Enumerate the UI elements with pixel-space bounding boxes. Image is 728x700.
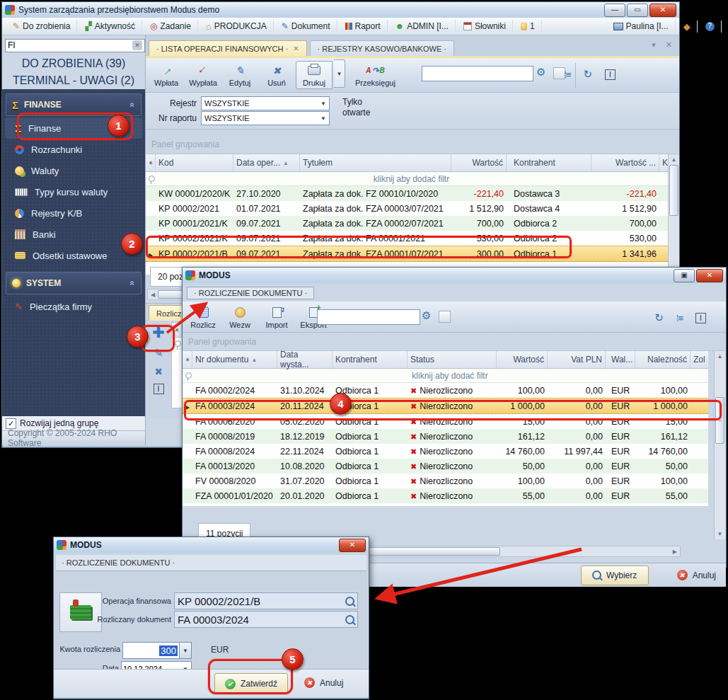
anuluj-button[interactable]: ✖ Anuluj [677,570,716,580]
sidebar-item-pieczatka[interactable]: ✎ Pieczątka firmy [2,296,145,317]
tab-rejestry-kasowo[interactable]: · REJESTRY KASOWO/BANKOWE · [310,40,454,56]
menu-zadanie[interactable]: ◎Zadanie [144,20,198,33]
kwota-input[interactable]: 300 ▼ [122,642,192,659]
table2-header[interactable]: ✳ Nr dokumentu▲ Data wysta... Kontrahent… [183,351,708,369]
sidebar-item-rejestry-kb[interactable]: Rejestry K/B [2,202,145,224]
sidebar-item-rozrachunki[interactable]: Rozrachunki [2,139,145,160]
przeksieguj-button[interactable]: A↷B Przeksięguj [352,62,398,88]
quick-search-input[interactable] [422,66,533,81]
wyplata-button[interactable]: → Wypłata [185,62,221,88]
table-row[interactable]: KW 00001/2020/K27.10.2020 Zapłata za dok… [146,186,668,201]
lookup-lens-icon[interactable] [345,597,354,606]
drukuj-button[interactable]: Drukuj [296,61,333,89]
menu-help[interactable]: ? [699,21,722,33]
menu-chat[interactable] [723,21,728,32]
unsettled-x-icon: ✖ [410,477,417,486]
close-button[interactable]: ✕ [696,269,723,282]
menu-paint[interactable]: ◆ [677,21,698,33]
table-row[interactable]: FA 00008/202422.11.2024 Odbiorca 1✖Niero… [183,444,708,459]
lookup-lens-icon[interactable] [345,615,354,624]
select-text-icon[interactable]: I [695,313,706,323]
rozlicz-button[interactable]: Rozlicz [185,304,221,331]
tab-lista-operacji[interactable]: · LISTA OPERACJI FINANSOWYCH · ✕ [149,40,307,56]
table1-filter-row[interactable]: kliknij aby dodać filtr [146,172,668,186]
tab-group-close-icon[interactable]: ✕ [666,40,672,50]
tylko-otwarte-label[interactable]: Tylko otwarte [342,97,382,118]
search-settings-gear-icon[interactable]: ⚙ [422,309,431,322]
refresh-icon[interactable]: ↻ [583,68,592,81]
col-tytulem: Tytułem [300,154,451,171]
nr-raportu-select[interactable]: WSZYSTKIE▼ [201,111,330,125]
sidebar-item-typy-kursu[interactable]: Typy kursu waluty [2,181,145,202]
column-list-icon[interactable]: ⁞≡ [564,69,570,80]
import-button[interactable]: Import [259,304,294,331]
usun-button[interactable]: ✖ Usuń [259,62,294,88]
wybierz-button[interactable]: Wybierz [581,566,649,585]
select-text-icon[interactable]: I [605,69,616,80]
collapse-chevron-icon[interactable]: « [128,281,138,286]
table1-header[interactable]: ✳ Kod Data oper...▲ Tytułem Wartość Kont… [146,154,668,172]
tab-bar: · LISTA OPERACJI FINANSOWYCH · ✕ · REJES… [146,35,679,58]
rozliczany-dokument-field[interactable]: FA 00003/2024 [174,611,358,628]
clear-filter-icon[interactable]: ✕ [132,40,142,50]
table2-vscrollbar[interactable]: ▲ ≡ ▼ [714,351,725,539]
close-button[interactable]: ✕ [649,4,676,17]
menu-currency[interactable]: 1 [514,20,542,33]
table-row[interactable]: FZA 00001/01/202020.01.2020 Odbiorca 1✖N… [183,488,708,503]
table-row[interactable]: FA 00008/201918.12.2019 Odbiorca 1✖Niero… [183,429,708,444]
menu-aktywnosc[interactable]: ▞Aktywność [79,20,142,33]
menu-slowniki[interactable]: Słowniki [457,20,513,33]
table-row[interactable]: FV 00008/202031.07.2020 Odbiorca 1✖Niero… [183,474,708,488]
tab-list-dropdown-icon[interactable]: ▾ [652,40,656,50]
edytuj-button[interactable]: ✎ Edytuj [222,62,258,88]
collapse-chevron-icon[interactable]: « [128,103,138,108]
tab-close-icon[interactable]: ✕ [293,45,299,52]
sidebar-item-waluty[interactable]: Waluty [2,160,145,181]
restore-button[interactable]: ▣ [674,269,695,282]
coins-icon [15,166,24,176]
menu-produkcja[interactable]: ⌂PRODUKCJA [200,20,274,33]
delete-settlement-icon[interactable]: ✖ [154,366,163,377]
quick-search-input[interactable] [317,309,420,325]
scroll-up-icon[interactable]: ▲ [717,351,723,362]
table-row[interactable]: KP 00002/202101.07.2021 Zapłata za dok. … [146,201,668,216]
app-logo-icon [185,270,195,280]
table-row[interactable]: FA 00002/202431.10.2024 Odbiorca 1✖Niero… [183,383,708,398]
scroll-right-icon[interactable]: ▶ [670,549,680,555]
operacja-finansowa-field[interactable]: KP 00002/2021/B [174,592,358,609]
menu-admin[interactable]: ☻ADMIN [I... [389,20,456,33]
table-row[interactable]: KP 00001/2021/K09.07.2021 Zapłata za dok… [146,216,668,231]
sidebar-filter-input[interactable] [5,39,145,52]
scroll-down-icon[interactable]: ▼ [717,529,723,539]
wplata-button[interactable]: → Wpłata [149,62,184,88]
rejestr-select[interactable]: WSZYSTKIE▼ [201,96,330,110]
scroll-left-icon[interactable]: ◀ [148,292,158,298]
terminal-header[interactable]: TERMINAL - UWAGI (2) [2,72,145,89]
scroll-up-icon[interactable]: ▲ [671,154,677,165]
table2-filter-row[interactable]: kliknij aby dodać filtr [183,369,708,383]
menu-dokument[interactable]: ✎Dokument [275,20,337,33]
table-row[interactable]: FA 00013/202010.08.2020 Odbiorca 1✖Niero… [183,459,708,474]
anuluj-button[interactable]: ✖ Anuluj [304,677,343,688]
amount-dropdown-icon[interactable]: ▼ [179,643,191,658]
menu-do-zrobienia[interactable]: ✎Do zrobienia [6,20,77,33]
sidebar-group-system[interactable]: SYSTEM « [6,272,141,294]
grouping-panel[interactable]: Panel grupowania [183,333,726,351]
rozliczenie-tab[interactable]: · ROZLICZENIE DOKUMENTU · [187,287,314,299]
import-icon [272,307,282,318]
close-button[interactable]: ✕ [339,539,366,552]
search-option-checkbox[interactable] [439,311,451,323]
refresh-icon[interactable]: ↻ [654,311,664,324]
drukuj-dropdown-icon[interactable]: ▼ [334,59,345,88]
expand-one-group-checkbox[interactable]: ✓ [6,418,16,429]
todo-header[interactable]: DO ZROBIENIA (39) [2,55,145,72]
minimize-button[interactable]: — [604,4,625,17]
search-settings-gear-icon[interactable]: ⚙ [536,66,545,79]
grouping-panel[interactable]: Panel grupowania [146,135,679,154]
menu-terminal-user[interactable]: Paulina [I... [607,20,676,33]
maximize-button[interactable]: ▭ [627,4,648,17]
menu-raport[interactable]: Raport [339,20,388,33]
column-list-icon[interactable]: ⁞≡ [676,313,683,323]
wezw-button[interactable]: Wezw [222,304,258,331]
select-settlement-icon[interactable]: I [154,384,164,394]
